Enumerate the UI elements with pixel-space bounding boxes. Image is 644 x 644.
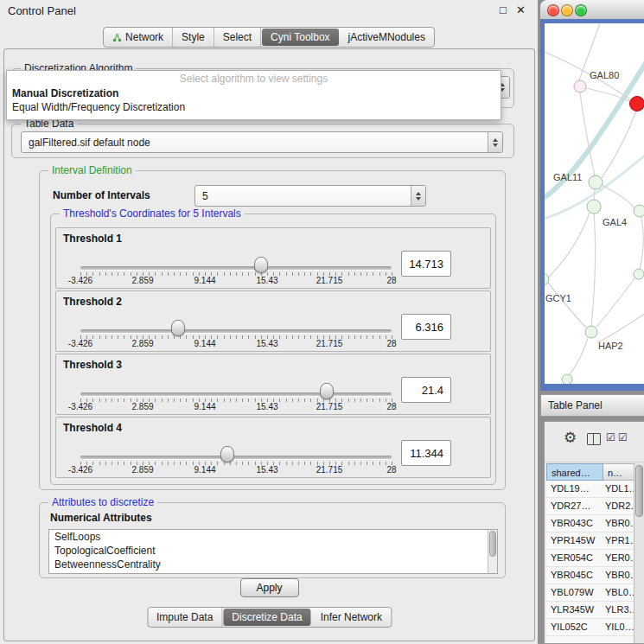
table-row[interactable]: YPR145WYPR1… — [546, 532, 634, 550]
table-row[interactable]: YER054CYER0… — [546, 550, 634, 567]
table-row[interactable]: YLR345WYLR3… — [546, 602, 634, 619]
network-titlebar[interactable] — [540, 0, 644, 20]
table-cell: YBL0… — [603, 584, 634, 601]
num-intervals-combobox[interactable]: 5 — [194, 185, 426, 207]
node-label: GAL11 — [553, 172, 582, 182]
node-label: HAP2 — [598, 341, 623, 351]
float-window-icon[interactable]: □ — [500, 3, 507, 16]
gear-icon[interactable]: ⚙ — [564, 429, 577, 447]
tab-infer-network[interactable]: Infer Network — [312, 608, 391, 627]
bottom-tab-bar: Impute DataDiscretize DataInfer Network — [147, 607, 392, 628]
scale-label: 15.43 — [256, 465, 277, 475]
combobox-arrows-icon[interactable] — [488, 132, 502, 152]
slider-thumb[interactable] — [220, 446, 234, 462]
checkbox-icon[interactable]: ☑ — [606, 431, 615, 443]
network-node[interactable] — [562, 374, 572, 384]
tab-label: Impute Data — [156, 611, 213, 623]
slider-scale-labels: -3.4262.8599.14415.4321.71528 — [80, 402, 392, 412]
slider-thumb[interactable] — [254, 257, 268, 273]
threshold-value[interactable]: 21.4 — [401, 377, 451, 403]
dropdown-option-manual[interactable]: Manual Discretization — [7, 86, 501, 100]
slider-track[interactable] — [80, 392, 392, 396]
zoom-traffic-light-icon[interactable] — [575, 4, 587, 16]
network-frame: GAL80GAL11GAL4GCY1HAP2 — [540, 19, 644, 391]
column-header-shared-name[interactable]: shared… — [546, 463, 603, 481]
table-row[interactable]: YDL19…YDL1… — [546, 481, 634, 498]
tab-discretize-data[interactable]: Discretize Data — [223, 609, 310, 626]
attribute-item[interactable]: SelfLoops — [49, 530, 497, 544]
network-node[interactable] — [585, 326, 597, 338]
thresholds-group: Threshold's Coordinates for 5 Intervals … — [50, 214, 496, 485]
table-scrollbar[interactable] — [634, 463, 644, 643]
threshold-value[interactable]: 11.344 — [401, 440, 451, 466]
table-body: YDL19…YDL1…YDR27…YDR2…YBR043CYBR0…YPR145… — [546, 481, 634, 643]
dropdown-option-equal-width[interactable]: Equal Width/Frequency Discretization — [7, 100, 501, 114]
network-node[interactable] — [574, 80, 586, 92]
tab-label: Infer Network — [321, 611, 382, 623]
interval-definition-group: Interval Definition Number of Intervals … — [39, 170, 506, 490]
scale-label: 28 — [386, 339, 396, 348]
tab-label: Discretize Data — [232, 611, 302, 623]
slider-scale-labels: -3.4262.8599.14415.4321.71528 — [80, 276, 392, 286]
apply-button[interactable]: Apply — [240, 578, 299, 597]
table-cell: YLR3… — [603, 602, 634, 618]
network-canvas[interactable]: GAL80GAL11GAL4GCY1HAP2 — [545, 23, 644, 384]
close-icon[interactable]: ✕ — [516, 3, 526, 16]
threshold-value[interactable]: 14.713 — [401, 251, 451, 277]
attribute-item[interactable]: TopologicalCoefficient — [49, 544, 497, 558]
network-node[interactable] — [587, 200, 601, 214]
network-node[interactable] — [589, 175, 603, 189]
threshold-value[interactable]: 6.316 — [401, 314, 451, 340]
table-cell: YBR043C — [546, 515, 603, 532]
scale-label: 28 — [386, 276, 396, 285]
slider-scale-labels: -3.4262.8599.14415.4321.71528 — [80, 339, 392, 349]
table-scrollbar-thumb[interactable] — [635, 465, 643, 517]
table-row[interactable]: YBL079WYBL0… — [546, 584, 634, 602]
network-graph: GAL80GAL11GAL4GCY1HAP2 — [545, 23, 644, 384]
scale-label: 28 — [386, 465, 396, 475]
scale-label: 15.43 — [256, 276, 277, 285]
table-panel-header[interactable]: Table Panel — [540, 394, 644, 417]
tab-impute-data[interactable]: Impute Data — [148, 608, 222, 627]
table-row[interactable]: YDR27…YDR2… — [546, 498, 634, 515]
slider-track[interactable] — [80, 329, 392, 333]
slider-track[interactable] — [80, 266, 392, 270]
table-row[interactable]: YIL052CYIL0… — [546, 619, 634, 636]
tab-label: Style — [182, 31, 205, 43]
slider-track[interactable] — [80, 456, 392, 459]
network-icon — [112, 33, 122, 42]
tab-label: Network — [125, 31, 163, 43]
table-row[interactable]: YBR045CYBR0… — [546, 567, 634, 584]
combobox-arrows-icon[interactable] — [411, 186, 425, 206]
list-scrollbar-thumb[interactable] — [489, 531, 496, 557]
num-intervals-label: Number of Intervals — [53, 189, 150, 201]
network-node[interactable] — [634, 205, 644, 217]
network-window: GAL80GAL11GAL4GCY1HAP2 — [540, 0, 644, 391]
list-scrollbar[interactable] — [488, 530, 497, 573]
table-row[interactable]: YBR043CYBR0… — [546, 515, 634, 532]
table-cell: YDR2… — [603, 498, 634, 514]
columns-icon[interactable] — [587, 433, 601, 445]
tab-cyni-toolbox[interactable]: Cyni Toolbox — [262, 29, 338, 46]
slider-thumb[interactable] — [171, 320, 185, 336]
table-header-row: shared… n… — [545, 463, 644, 481]
tab-jactivemnodules[interactable]: jActiveMNodules — [340, 28, 434, 47]
checkbox-icon[interactable]: ☑ — [618, 431, 628, 443]
attribute-item[interactable]: BetweennessCentrality — [49, 558, 497, 571]
network-node[interactable] — [630, 97, 644, 112]
table-cell: YBR0… — [603, 515, 634, 532]
slider-thumb[interactable] — [320, 383, 334, 399]
threshold-block: Threshold 4 -3.4262.8599.14415.4321.7152… — [55, 417, 491, 478]
attributes-list[interactable]: SelfLoopsTopologicalCoefficientBetweenne… — [48, 529, 498, 574]
table-cell: YLR345W — [546, 602, 603, 618]
close-traffic-light-icon[interactable] — [547, 4, 559, 16]
node-label: GCY1 — [545, 293, 571, 303]
table-data-combobox[interactable]: galFiltered.sif default node — [21, 131, 503, 153]
network-node[interactable] — [634, 269, 644, 279]
table-cell: YPR1… — [603, 532, 634, 549]
minimize-traffic-light-icon[interactable] — [561, 4, 573, 16]
tab-select[interactable]: Select — [214, 28, 261, 47]
tab-network[interactable]: Network — [104, 28, 173, 47]
threshold-block: Threshold 3 -3.4262.8599.14415.4321.7152… — [55, 354, 491, 415]
tab-style[interactable]: Style — [173, 28, 214, 47]
